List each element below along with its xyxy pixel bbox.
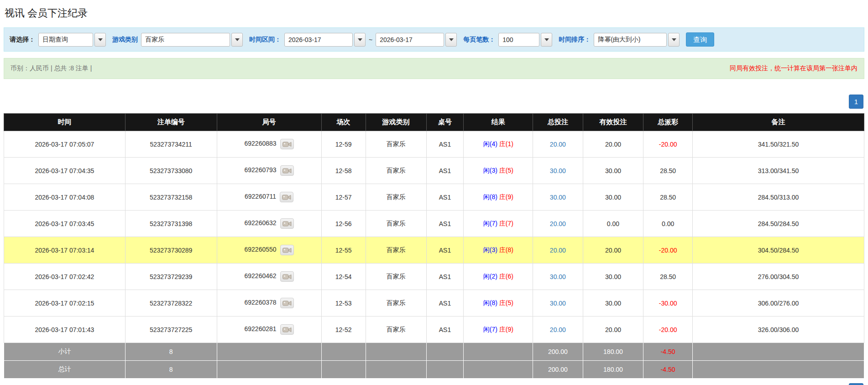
total-valid-bet: 180.00 xyxy=(583,361,643,379)
total-bet-link[interactable]: 30.00 xyxy=(550,300,566,307)
video-replay-button[interactable] xyxy=(280,218,294,229)
result-cell: 闲(4) 庄(1) xyxy=(464,131,533,158)
total-bet-link[interactable]: 30.00 xyxy=(550,194,566,201)
table-body: 2026-03-17 07:05:07 523273734211 6922608… xyxy=(4,131,864,343)
page-size-label: 每页笔数： xyxy=(463,36,495,44)
date-from-dropdown-button[interactable] xyxy=(354,33,366,47)
page-button[interactable]: 1 xyxy=(849,383,863,385)
result-banker: 庄(5) xyxy=(499,299,513,306)
page-size-dropdown-button[interactable] xyxy=(541,33,552,47)
remark-cell: 276.00/304.50 xyxy=(692,264,864,290)
result-player: 闲(7) xyxy=(483,326,497,333)
filter-group-page-size: 每页笔数： xyxy=(463,33,552,47)
table-no-cell: AS1 xyxy=(426,158,464,184)
sort-input[interactable] xyxy=(594,33,667,47)
total-bet-cell: 30.00 xyxy=(533,264,583,290)
result-banker: 庄(9) xyxy=(499,193,513,200)
empty-cell xyxy=(366,361,426,379)
total-bet-link[interactable]: 20.00 xyxy=(550,247,566,254)
empty-cell xyxy=(217,343,321,361)
payout-cell: 28.50 xyxy=(643,184,692,211)
round-cell: 692260550 xyxy=(217,237,321,264)
round-id: 692260793 xyxy=(245,166,277,174)
date-to-dropdown-button[interactable] xyxy=(445,33,457,47)
bet-id-cell: 523273729239 xyxy=(125,264,217,290)
session-cell: 12-59 xyxy=(321,131,366,158)
valid-bet-cell: 30.00 xyxy=(583,290,643,316)
chevron-down-icon xyxy=(544,38,549,41)
total-bet-link[interactable]: 20.00 xyxy=(550,220,566,227)
total-bet-cell: 20.00 xyxy=(533,131,583,158)
currency-summary-text: 币别：人民币 | 总共 :8 注单 | xyxy=(10,64,92,73)
payout-cell: 28.50 xyxy=(643,158,692,184)
video-replay-button[interactable] xyxy=(280,165,294,176)
search-button[interactable]: 查询 xyxy=(686,32,714,47)
game-type-dropdown-button[interactable] xyxy=(231,33,243,47)
video-replay-button[interactable] xyxy=(280,139,294,149)
page-size-combo xyxy=(498,33,552,47)
result-cell: 闲(8) 庄(5) xyxy=(464,290,533,316)
column-header: 注单编号 xyxy=(125,114,217,131)
select-mode-input[interactable] xyxy=(38,33,93,47)
result-player: 闲(8) xyxy=(483,193,497,200)
total-payout: -4.50 xyxy=(643,361,692,379)
table-no-cell: AS1 xyxy=(426,316,464,343)
round-cell: 692260378 xyxy=(217,290,321,316)
chevron-down-icon xyxy=(672,38,676,41)
bet-id-cell: 523273734211 xyxy=(125,131,217,158)
bet-id-cell: 523273732158 xyxy=(125,184,217,211)
video-replay-button[interactable] xyxy=(280,324,294,335)
pagination-bottom: 1 xyxy=(4,383,863,385)
video-replay-button[interactable] xyxy=(280,298,294,308)
result-player: 闲(4) xyxy=(483,140,497,148)
video-replay-button[interactable] xyxy=(280,245,294,255)
empty-cell xyxy=(366,343,426,361)
date-to-input[interactable] xyxy=(376,33,444,47)
select-mode-dropdown-button[interactable] xyxy=(94,33,106,47)
total-bet-link[interactable]: 20.00 xyxy=(550,326,566,333)
game-type-input[interactable] xyxy=(141,33,230,47)
subtotal-row: 小计 8 200.00 180.00 -4.50 xyxy=(4,343,864,361)
total-bet-cell: 20.00 xyxy=(533,316,583,343)
page-button[interactable]: 1 xyxy=(849,95,863,109)
sort-dropdown-button[interactable] xyxy=(668,33,680,47)
time-cell: 2026-03-17 07:03:14 xyxy=(4,237,125,264)
video-camera-icon xyxy=(282,247,292,253)
bet-id-cell: 523273733080 xyxy=(125,158,217,184)
chevron-down-icon xyxy=(358,38,362,41)
video-camera-icon xyxy=(282,273,292,280)
video-replay-button[interactable] xyxy=(280,192,293,202)
total-bet-cell: 30.00 xyxy=(533,290,583,316)
column-header: 总派彩 xyxy=(643,114,692,131)
empty-cell xyxy=(464,343,533,361)
result-cell: 闲(7) 庄(9) xyxy=(464,316,533,343)
total-bet-link[interactable]: 30.00 xyxy=(550,167,566,174)
date-from-input[interactable] xyxy=(284,33,353,47)
total-bet-cell: 20.00 xyxy=(533,211,583,237)
column-header: 局号 xyxy=(217,114,321,131)
round-id: 692260883 xyxy=(245,140,277,147)
total-bet-link[interactable]: 30.00 xyxy=(550,273,566,280)
result-player: 闲(8) xyxy=(483,299,497,306)
page-size-input[interactable] xyxy=(498,33,539,47)
game-type-cell: 百家乐 xyxy=(366,237,426,264)
empty-cell xyxy=(217,361,321,379)
column-header: 桌号 xyxy=(426,114,464,131)
table-no-cell: AS1 xyxy=(426,290,464,316)
table-row: 2026-03-17 07:03:14 523273730289 6922605… xyxy=(4,237,864,264)
table-row: 2026-03-17 07:04:35 523273733080 6922607… xyxy=(4,158,864,184)
round-id: 692260378 xyxy=(245,299,277,306)
valid-bet-cell: 20.00 xyxy=(583,237,643,264)
payout-cell: -20.00 xyxy=(643,316,692,343)
result-cell: 闲(7) 庄(7) xyxy=(464,211,533,237)
result-banker: 庄(6) xyxy=(499,273,513,280)
chevron-down-icon xyxy=(98,38,103,41)
session-cell: 12-53 xyxy=(321,290,366,316)
video-camera-icon xyxy=(282,167,292,174)
filter-group-select-mode: 请选择： xyxy=(10,33,106,47)
valid-bet-cell: 30.00 xyxy=(583,184,643,211)
total-bet-link[interactable]: 20.00 xyxy=(550,141,566,148)
empty-cell xyxy=(426,343,464,361)
video-replay-button[interactable] xyxy=(280,271,294,282)
table-no-cell: AS1 xyxy=(426,211,464,237)
